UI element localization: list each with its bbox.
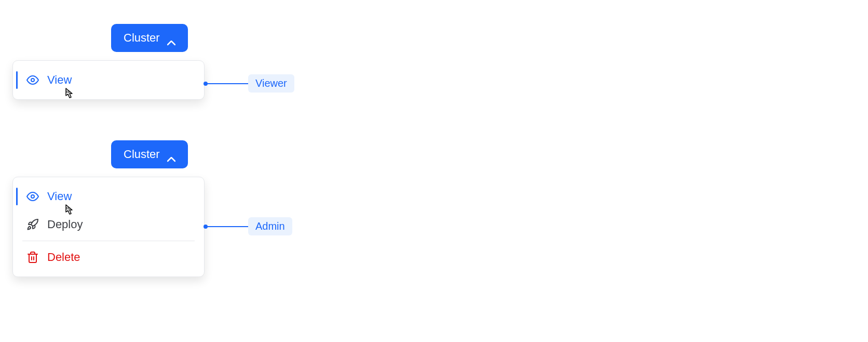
cluster-button[interactable]: Cluster [111,140,188,168]
menu-item-view[interactable]: View [13,182,204,211]
trash-icon [26,251,39,264]
menu-item-view[interactable]: View [13,66,204,94]
role-label: Viewer [255,77,287,89]
connector-line [206,83,248,84]
role-badge-admin: Admin [248,217,292,235]
dropdown-menu: View Deploy [12,177,205,277]
connector-line [206,226,248,227]
svg-point-0 [31,78,34,82]
menu-item-label: View [47,190,72,203]
role-badge-viewer: Viewer [248,74,294,93]
cluster-button-label: Cluster [124,148,160,161]
dropdown-menu: View [12,60,205,100]
svg-point-4 [31,195,34,198]
menu-item-label: Deploy [47,218,83,231]
menu-item-label: Delete [47,251,80,264]
menu-item-deploy[interactable]: Deploy [13,211,204,239]
rocket-icon [26,218,39,231]
cluster-button-label: Cluster [124,31,160,45]
role-label: Admin [255,220,285,232]
chevron-up-icon [167,35,175,41]
chevron-up-icon [167,152,175,157]
eye-icon [26,74,39,86]
menu-item-delete[interactable]: Delete [13,243,204,271]
cluster-button[interactable]: Cluster [111,24,188,52]
eye-icon [26,190,39,203]
menu-item-label: View [47,73,72,87]
menu-divider [22,241,195,241]
